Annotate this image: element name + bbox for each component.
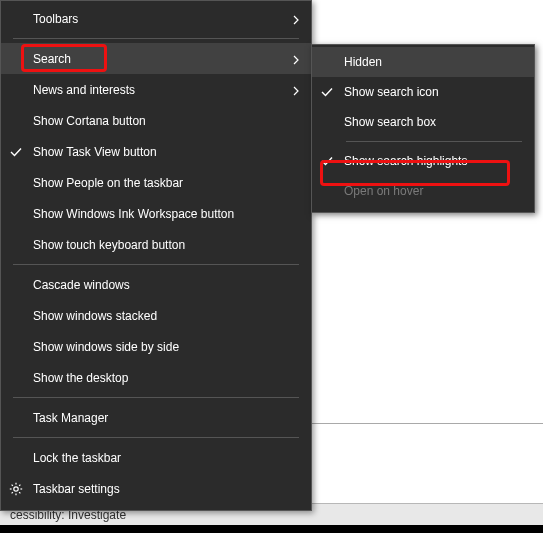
submenu-hidden-label: Hidden [344, 55, 382, 69]
separator [346, 141, 522, 142]
submenu-open-on-hover: Open on hover [312, 176, 534, 206]
menu-lock-taskbar[interactable]: Lock the taskbar [1, 442, 311, 473]
chevron-right-icon [291, 14, 301, 24]
menu-people-label: Show People on the taskbar [33, 176, 183, 190]
submenu-icon-label: Show search icon [344, 85, 439, 99]
chevron-right-icon [291, 85, 301, 95]
submenu-show-box[interactable]: Show search box [312, 107, 534, 137]
menu-taskmgr-label: Task Manager [33, 411, 108, 425]
menu-ink[interactable]: Show Windows Ink Workspace button [1, 198, 311, 229]
menu-cascade-label: Cascade windows [33, 278, 130, 292]
separator [13, 38, 299, 39]
menu-sidebyside[interactable]: Show windows side by side [1, 331, 311, 362]
menu-toolbars-label: Toolbars [33, 12, 78, 26]
menu-search-label: Search [33, 52, 71, 66]
svg-line-8 [12, 492, 13, 493]
svg-line-7 [19, 484, 20, 485]
menu-taskbar-settings[interactable]: Taskbar settings [1, 473, 311, 504]
menu-cascade[interactable]: Cascade windows [1, 269, 311, 300]
separator [13, 397, 299, 398]
menu-news-interests[interactable]: News and interests [1, 74, 311, 105]
bottom-bar [0, 525, 543, 533]
menu-touchkb[interactable]: Show touch keyboard button [1, 229, 311, 260]
svg-line-6 [19, 492, 20, 493]
separator [13, 437, 299, 438]
search-submenu: Hidden Show search icon Show search box … [311, 44, 535, 213]
svg-line-5 [12, 484, 13, 485]
menu-search[interactable]: Search [1, 43, 311, 74]
submenu-hover-label: Open on hover [344, 184, 423, 198]
menu-news-label: News and interests [33, 83, 135, 97]
menu-desktop[interactable]: Show the desktop [1, 362, 311, 393]
menu-sidebyside-label: Show windows side by side [33, 340, 179, 354]
menu-lock-label: Lock the taskbar [33, 451, 121, 465]
check-icon [9, 145, 23, 159]
submenu-show-highlights[interactable]: Show search highlights [312, 146, 534, 176]
menu-taskview-label: Show Task View button [33, 145, 157, 159]
menu-settings-label: Taskbar settings [33, 482, 120, 496]
menu-toolbars[interactable]: Toolbars [1, 3, 311, 34]
separator [13, 264, 299, 265]
chevron-right-icon [291, 54, 301, 64]
menu-desktop-label: Show the desktop [33, 371, 128, 385]
submenu-show-icon[interactable]: Show search icon [312, 77, 534, 107]
check-icon [320, 85, 334, 99]
menu-stacked-label: Show windows stacked [33, 309, 157, 323]
menu-cortana-label: Show Cortana button [33, 114, 146, 128]
menu-stacked[interactable]: Show windows stacked [1, 300, 311, 331]
taskbar-context-menu: Toolbars Search News and interests Show … [0, 0, 312, 511]
submenu-hidden[interactable]: Hidden [312, 47, 534, 77]
menu-people[interactable]: Show People on the taskbar [1, 167, 311, 198]
menu-taskview[interactable]: Show Task View button [1, 136, 311, 167]
menu-cortana[interactable]: Show Cortana button [1, 105, 311, 136]
svg-point-0 [14, 486, 18, 490]
gear-icon [9, 482, 23, 496]
menu-ink-label: Show Windows Ink Workspace button [33, 207, 234, 221]
menu-touchkb-label: Show touch keyboard button [33, 238, 185, 252]
submenu-highlights-label: Show search highlights [344, 154, 467, 168]
check-icon [320, 154, 334, 168]
submenu-box-label: Show search box [344, 115, 436, 129]
menu-taskmgr[interactable]: Task Manager [1, 402, 311, 433]
